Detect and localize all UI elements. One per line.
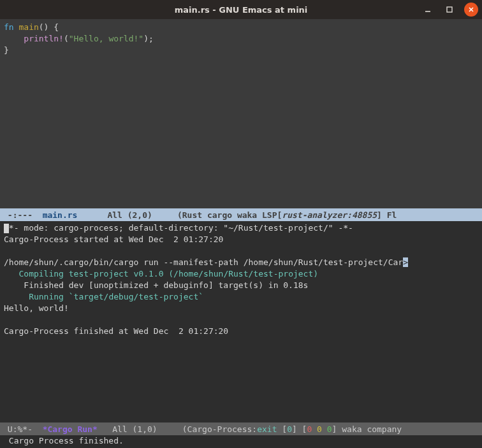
- finished-line: Finished dev [unoptimized + debuginfo] t…: [4, 280, 308, 290]
- macro-call: println!: [24, 34, 64, 43]
- cargo-start: Cargo-Process started at Wed Dec 2 01:27…: [4, 235, 223, 244]
- buffer-name: main.rs: [43, 210, 78, 220]
- window-controls: [421, 0, 478, 19]
- cursor: [4, 224, 9, 233]
- code-editor-pane[interactable]: fn main() { println!("Hello, world!"); }: [0, 19, 482, 208]
- svg-rect-1: [447, 7, 452, 12]
- cargo-finish: Cargo-Process finished at Wed Dec 2 01:2…: [4, 326, 228, 336]
- cargo-command: /home/shun/.cargo/bin/cargo run --manife…: [4, 257, 403, 267]
- emacs-window: main.rs - GNU Emacs at mini fn main() { …: [0, 0, 482, 448]
- titlebar[interactable]: main.rs - GNU Emacs at mini: [0, 0, 482, 19]
- minimize-button[interactable]: [421, 3, 435, 17]
- lsp-status: rust-analyzer:48855: [282, 210, 377, 220]
- running-label: Running: [29, 292, 64, 301]
- function-name: main: [18, 22, 38, 32]
- maximize-button[interactable]: [442, 3, 456, 17]
- compiling-label: Compiling: [18, 269, 63, 278]
- cargo-output-pane[interactable]: -*- mode: cargo-process; default-directo…: [0, 221, 482, 423]
- string-literal: "Hello, world!": [69, 34, 143, 43]
- window-title: main.rs - GNU Emacs at mini: [175, 5, 308, 15]
- cargo-header: -*- mode: cargo-process; default-directo…: [4, 223, 353, 233]
- buffer-name-cargo: *Cargo Run*: [43, 424, 98, 434]
- program-output: Hello, world!: [4, 303, 69, 313]
- modeline-cargo[interactable]: U:%*- *Cargo Run* All (1,0) (Cargo-Proce…: [0, 423, 482, 435]
- modeline-main[interactable]: -:--- main.rs All (2,0) (Rust cargo waka…: [0, 208, 482, 221]
- close-button[interactable]: [464, 3, 478, 17]
- minibuffer[interactable]: Cargo Process finished.: [0, 435, 482, 448]
- keyword: fn: [4, 22, 14, 32]
